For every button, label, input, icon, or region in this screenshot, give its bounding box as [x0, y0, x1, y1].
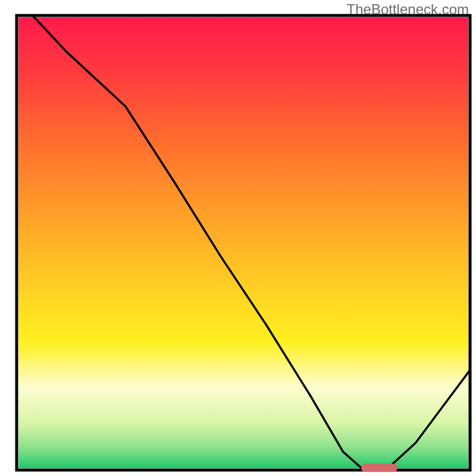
- bottleneck-chart: [0, 0, 476, 476]
- watermark-label: TheBottleneck.com: [347, 1, 469, 18]
- gradient-background: [18, 17, 468, 468]
- highlight-pill: [361, 464, 397, 472]
